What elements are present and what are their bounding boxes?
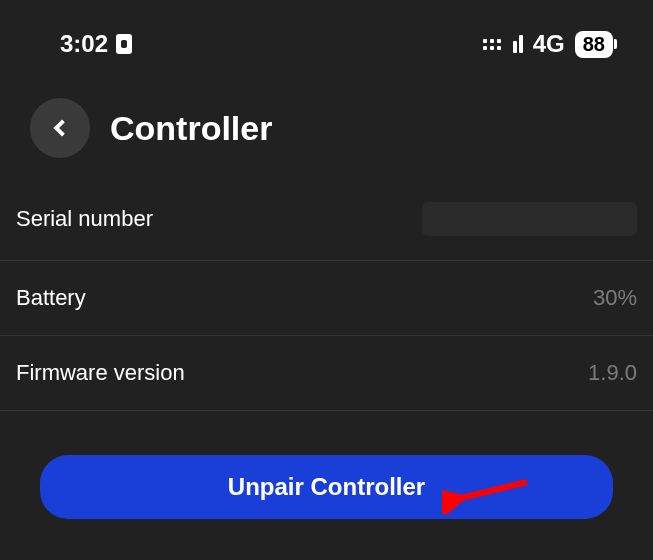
row-label: Serial number	[16, 206, 153, 232]
network-label: 4G	[533, 30, 565, 58]
row-serial-number[interactable]: Serial number	[0, 178, 653, 261]
signal-icon	[513, 35, 523, 53]
status-left: 3:02	[60, 30, 132, 58]
status-time: 3:02	[60, 30, 108, 58]
row-value: 1.9.0	[588, 360, 637, 386]
page-title: Controller	[110, 109, 272, 148]
battery-badge: 88	[575, 31, 613, 58]
row-label: Battery	[16, 285, 86, 311]
serial-value-redacted	[422, 202, 637, 236]
status-right: 4G 88	[483, 30, 613, 58]
row-label: Firmware version	[16, 360, 185, 386]
chevron-left-icon	[54, 120, 71, 137]
dots-icon	[483, 39, 501, 50]
sim-icon	[116, 34, 132, 54]
unpair-controller-button[interactable]: Unpair Controller	[40, 455, 613, 519]
status-bar: 3:02 4G 88	[0, 0, 653, 78]
row-battery[interactable]: Battery 30%	[0, 261, 653, 336]
page-header: Controller	[0, 78, 653, 178]
back-button[interactable]	[30, 98, 90, 158]
row-value: 30%	[593, 285, 637, 311]
row-firmware-version[interactable]: Firmware version 1.9.0	[0, 336, 653, 411]
